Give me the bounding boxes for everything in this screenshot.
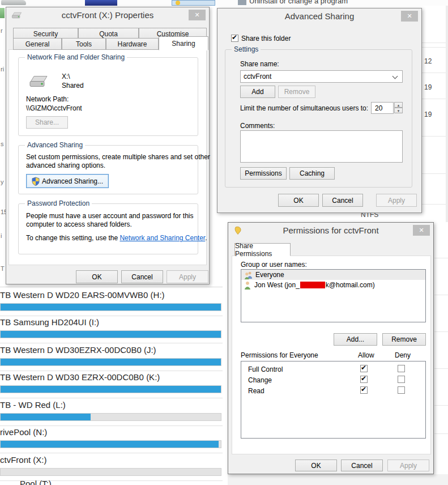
drive-label: TB - WD Red (L:)	[0, 400, 66, 410]
tab-label: General	[25, 40, 50, 48]
tab-label: Security	[33, 30, 58, 38]
group-user-names-label: Group or user names:	[241, 261, 307, 269]
tab-tools[interactable]: Tools	[62, 38, 106, 50]
tab-sharing[interactable]: Sharing	[159, 36, 208, 50]
drive-status: Shared	[62, 82, 84, 90]
properties-titlebar[interactable]: cctvFront (X:) Properties ✕	[6, 7, 209, 23]
remove-button[interactable]: Remove	[278, 86, 315, 98]
bg-text-fragment: i	[1, 232, 2, 239]
hint-text: To change this setting, use the	[26, 234, 120, 242]
limit-users-spinner[interactable]: 20 ▴ ▾	[371, 102, 403, 114]
tab-label: Hardware	[117, 40, 147, 48]
drive-icon	[28, 74, 48, 89]
background-toolbar: Uninstall or change a program	[0, 0, 448, 6]
advanced-titlebar[interactable]: Advanced Sharing ✕	[217, 8, 421, 24]
caching-button[interactable]: Caching	[289, 167, 335, 180]
deny-header: Deny	[395, 351, 411, 359]
drive-label: ctvFront (X:)	[0, 455, 47, 465]
group-user-listbox[interactable]: Everyone Jon West (jon_k@hotmail.com)	[241, 269, 426, 322]
share-button[interactable]: Share...	[26, 116, 68, 129]
add-user-button[interactable]: Add...	[334, 333, 377, 346]
drive-usage-bar	[0, 358, 221, 366]
tab-hardware[interactable]: Hardware	[106, 38, 159, 50]
scrollbar-strip[interactable]	[446, 6, 448, 222]
group-title: Network File and Folder Sharing	[25, 53, 127, 61]
close-icon[interactable]: ✕	[413, 225, 430, 236]
ok-button[interactable]: OK	[76, 270, 118, 283]
sharing-tab-page: Network File and Folder Sharing X:\ Shar…	[8, 49, 207, 265]
check-icon: ✔	[361, 385, 366, 393]
drive-row[interactable]: TB Western D WD30EZRX-00DC0B0 (J:)	[0, 344, 223, 371]
group-users-icon	[244, 271, 253, 279]
screen: Uninstall or change a program r ri s y 1…	[0, 0, 448, 485]
apply-button[interactable]: Apply	[376, 194, 417, 207]
permissions-button[interactable]: Permissions	[240, 167, 287, 180]
drive-row[interactable]: ctvFront (X:)	[0, 454, 223, 481]
advanced-sharing-group: Advanced Sharing Set custom permissions,…	[18, 145, 198, 194]
comments-label: Comments:	[240, 122, 275, 130]
bg-date-fragment: 12	[424, 57, 432, 65]
drive-row[interactable]: TB Samsung HD204UI (I:)	[0, 316, 223, 343]
group-title: Settings	[232, 45, 261, 53]
properties-dialog: cctvFront (X:) Properties ✕ Security Quo…	[6, 7, 210, 284]
tab-share-permissions[interactable]: Share Permissions	[234, 243, 291, 256]
spinner-up-button[interactable]: ▴	[394, 102, 403, 108]
permissions-title: Permissions for cctvFront	[228, 226, 433, 235]
user-row-jon-west[interactable]: Jon West (jon_k@hotmail.com)	[241, 280, 425, 290]
small-icon	[238, 0, 246, 5]
advanced-sharing-button[interactable]: Advanced Sharing...	[26, 174, 109, 188]
deny-change-checkbox[interactable]	[398, 376, 405, 383]
allow-read-checkbox[interactable]: ✔	[360, 386, 368, 394]
cancel-button[interactable]: Cancel	[121, 270, 163, 283]
spin-down-icon: ▾	[398, 109, 400, 113]
drive-label: rivePool (N:)	[0, 427, 47, 437]
drive-row[interactable]: rivePool (N:)	[0, 426, 223, 453]
ok-button[interactable]: OK	[278, 194, 319, 207]
group-description: Set custom permissions, create multiple …	[26, 153, 210, 161]
deny-full-control-checkbox[interactable]	[398, 365, 405, 372]
network-path-value: \\GIZMO\cctvFront	[26, 104, 82, 112]
allow-change-checkbox[interactable]: ✔	[360, 376, 368, 383]
single-user-icon	[244, 281, 251, 290]
password-protection-group: Password Protection People must have a u…	[18, 203, 198, 254]
properties-title: cctvFront (X:) Properties	[6, 10, 209, 20]
bg-text-fragment: ri	[1, 66, 4, 73]
limit-users-label: Limit the number of simultaneous users t…	[240, 104, 368, 112]
comments-textarea[interactable]	[240, 130, 403, 163]
remove-user-button[interactable]: Remove	[382, 333, 426, 346]
close-icon[interactable]: ✕	[401, 11, 418, 22]
share-this-folder-checkbox[interactable]: ✔	[231, 35, 238, 42]
settings-group: Settings Share name: cctvFront Add Remov…	[225, 49, 412, 188]
bg-footer-strip	[228, 474, 448, 485]
share-this-folder-label: Share this folder	[241, 35, 291, 42]
share-name-label: Share name:	[240, 60, 279, 68]
close-icon[interactable]: ✕	[189, 10, 206, 20]
check-icon: ✔	[232, 33, 237, 41]
ok-button[interactable]: OK	[295, 460, 337, 471]
allow-header: Allow	[358, 351, 374, 359]
apply-button[interactable]: Apply	[167, 270, 208, 283]
cancel-button[interactable]: Cancel	[322, 194, 363, 207]
allow-full-control-checkbox[interactable]: ✔	[360, 365, 368, 372]
tab-general[interactable]: General	[13, 38, 62, 50]
user-row-everyone[interactable]: Everyone	[241, 270, 425, 280]
add-button[interactable]: Add	[240, 86, 275, 98]
apply-button[interactable]: Apply	[387, 460, 429, 471]
permissions-dialog: Permissions for cctvFront ✕ Share Permis…	[228, 222, 434, 474]
tab-label: Sharing	[172, 40, 195, 48]
deny-read-checkbox[interactable]	[398, 386, 405, 394]
permissions-titlebar[interactable]: Permissions for cctvFront ✕	[228, 223, 433, 238]
uac-shield-icon	[32, 177, 40, 186]
permissions-listbox[interactable]: Full Control ✔ Change ✔ Read ✔	[241, 361, 426, 439]
network-sharing-center-link[interactable]: Network and Sharing Center	[120, 234, 205, 242]
drive-row[interactable]: TB - WD Red (L:)	[0, 399, 223, 426]
share-name-combobox[interactable]: cctvFront	[240, 70, 403, 83]
drive-row[interactable]: TB Western D WD30 EZRX-00DC0B0 (K:)	[0, 371, 223, 398]
app-icon	[85, 0, 117, 6]
drive-row[interactable]: TB Western D WD20 EARS-00MVWB0 (H:)	[0, 289, 223, 316]
cancel-button[interactable]: Cancel	[341, 460, 383, 471]
bg-date-fragment: 19	[424, 110, 432, 118]
spinner-down-button[interactable]: ▾	[394, 108, 403, 113]
spinner-value[interactable]: 20	[371, 102, 394, 114]
group-title: Password Protection	[25, 199, 92, 207]
